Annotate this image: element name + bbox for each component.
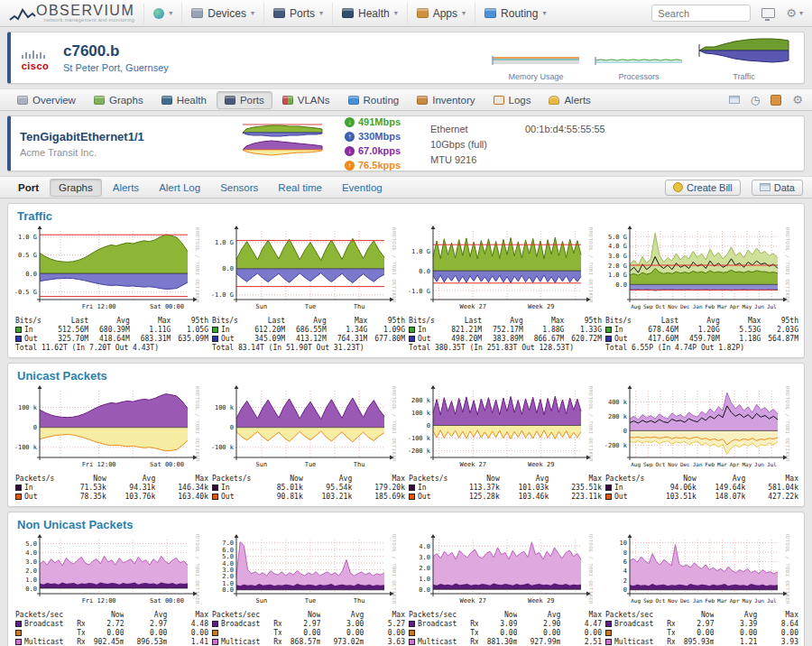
subtab-graphs[interactable]: Graphs: [50, 179, 102, 197]
rrd-graph[interactable]: 5.04.03.02.01.00.0Fri 12:00Sat 00:00RRDT…: [14, 534, 207, 610]
tab-health[interactable]: Health: [153, 91, 215, 109]
legend-value: Avg: [285, 317, 327, 326]
rrd-graph[interactable]: 1.0 G0.0-1.0 GSunTueThuRRDTOOL / TOBI OE…: [210, 226, 403, 316]
legend-swatch-icon: [605, 621, 612, 627]
port-speed: 10Gbps (full): [430, 137, 525, 152]
gear-icon[interactable]: ⚙: [786, 7, 797, 19]
search-input[interactable]: [651, 5, 751, 22]
legend-label: In: [409, 326, 440, 335]
tab-routing[interactable]: Routing: [340, 91, 408, 109]
subtab-real-time[interactable]: Real time: [269, 179, 331, 197]
menu-ports[interactable]: Ports ▾: [263, 3, 332, 24]
subtab-alerts[interactable]: Alerts: [104, 179, 148, 197]
rrd-graph[interactable]: 200 k100 k0-100 k-200 kWeek 27Week 29RRD…: [407, 385, 600, 474]
legend-value: 564.87M: [761, 335, 798, 344]
data-button[interactable]: Data: [752, 180, 803, 196]
observium-logo[interactable]: OBSERVIUM network management and monitor…: [9, 4, 134, 23]
legend-value: Now: [254, 475, 303, 484]
legend-value: Avg: [320, 611, 364, 620]
port-minigraph[interactable]: [241, 122, 345, 165]
legend-label: Out: [212, 493, 254, 502]
menu-global[interactable]: ▾: [143, 4, 181, 23]
clock-icon[interactable]: ◷: [751, 95, 760, 106]
subtab-alert-log[interactable]: Alert Log: [150, 179, 209, 197]
legend-value: 95th: [761, 317, 798, 326]
svg-text:-100 k: -100 k: [14, 444, 38, 451]
rrd-graph[interactable]: 1086420AugSepOctNovDecJanFebMarAprMayJun…: [604, 534, 797, 610]
tab-overview[interactable]: Overview: [9, 91, 84, 109]
table-icon[interactable]: [729, 96, 740, 104]
graph-cell: 4.03.02.01.00.0Week 27Week 29RRDTOOL / T…: [405, 534, 602, 646]
rrd-graph[interactable]: 5.0 G4.0 G3.0 G2.0 G1.0 G0.0AugSepOctNov…: [604, 226, 797, 316]
legend-value: 973.02m: [320, 638, 364, 646]
svg-text:3.0: 3.0: [25, 558, 37, 566]
legend-value: 902.45m: [85, 638, 125, 646]
minigraph-memory[interactable]: Memory Usage: [491, 46, 581, 81]
tab-vlans[interactable]: VLANs: [274, 91, 338, 109]
rrd-graph[interactable]: 7.06.05.04.03.02.01.00.0SunTueThuRRDTOOL…: [210, 534, 403, 610]
menu-health[interactable]: Health ▾: [332, 3, 407, 24]
legend-value: Max: [327, 317, 368, 326]
legend-value: 1.34G: [327, 326, 368, 335]
graphs-icon: [94, 96, 105, 105]
subtab-port[interactable]: Port: [9, 179, 48, 197]
routing-icon: [484, 8, 496, 18]
legend-value: 3.09: [478, 620, 518, 629]
gear-icon[interactable]: ⚙: [792, 94, 803, 106]
port-name[interactable]: TenGigabitEthernet1/1: [20, 130, 241, 143]
svg-text:Week 27: Week 27: [460, 303, 487, 310]
tab-ports[interactable]: Ports: [217, 91, 272, 109]
svg-text:Jan: Jan: [693, 597, 703, 604]
subtab-sensors[interactable]: Sensors: [211, 179, 267, 197]
legend-value: 635.09M: [171, 335, 208, 344]
rrd-graph[interactable]: 100 k0-100 kSunTueThuRRDTOOL / TOBI OETI…: [210, 385, 403, 474]
chevron-down-icon: ▾: [394, 9, 398, 17]
device-location[interactable]: St Peter Port, Guernsey: [63, 62, 169, 73]
legend-value: Avg: [106, 475, 156, 484]
legend-label: Packets/sec: [409, 611, 463, 620]
svg-text:Dec: Dec: [680, 597, 690, 604]
legend-value: 0.00: [124, 629, 167, 638]
legend-value: 678.46M: [637, 326, 678, 335]
rrd-graph[interactable]: 4.03.02.01.00.0Week 27Week 29RRDTOOL / T…: [407, 534, 600, 610]
device-name[interactable]: c7600.b: [63, 42, 169, 60]
subtab-eventlog[interactable]: Eventlog: [333, 179, 392, 197]
minigraph-processors[interactable]: Processors: [594, 46, 684, 81]
vlans-icon: [282, 96, 293, 105]
legend-value: 459.70M: [678, 335, 720, 344]
rrd-graph[interactable]: 400 k200 k0-200 kAugSepOctNovDecJanFebMa…: [604, 385, 797, 474]
svg-text:Oct: Oct: [655, 303, 665, 309]
legend-swatch-icon: [605, 484, 612, 491]
tab-logs[interactable]: Logs: [485, 91, 540, 109]
inventory-box-icon[interactable]: [770, 95, 781, 106]
menu-devices[interactable]: Devices ▾: [181, 3, 263, 24]
svg-text:Jul: Jul: [767, 303, 777, 309]
svg-text:-100 k: -100 k: [408, 435, 431, 442]
rrd-graph[interactable]: 1.0 G0.5 G0.0-0.5 GFri 12:00Sat 00:00RRD…: [14, 226, 207, 316]
chevron-down-icon[interactable]: ▾: [799, 9, 803, 17]
legend-value: Tx: [69, 629, 85, 638]
svg-text:0.0: 0.0: [419, 586, 430, 594]
create-bill-button[interactable]: Create Bill: [665, 180, 741, 196]
legend-value: 223.11k: [549, 493, 602, 502]
tab-graphs[interactable]: Graphs: [86, 91, 152, 109]
svg-text:RRDTOOL / TOBI OETIKER: RRDTOOL / TOBI OETIKER: [588, 386, 593, 462]
svg-text:0.0: 0.0: [222, 265, 234, 272]
legend-value: 620.72M: [564, 335, 602, 344]
circle-up-arrow-icon: [345, 161, 355, 171]
globe-icon: [153, 8, 164, 19]
legend-label: Broadcast: [212, 620, 266, 629]
processors-minigraph-icon: [594, 46, 684, 68]
tab-alerts[interactable]: Alerts: [540, 91, 598, 109]
legend-label: Out: [409, 335, 440, 344]
menu-routing[interactable]: Routing ▾: [475, 3, 555, 24]
svg-text:5.0 G: 5.0 G: [608, 234, 627, 241]
legend-swatch-icon: [212, 336, 218, 342]
menu-apps[interactable]: Apps ▾: [407, 3, 475, 24]
tab-inventory[interactable]: Inventory: [409, 91, 483, 109]
legend-label: [212, 629, 266, 638]
minigraph-traffic[interactable]: Traffic: [697, 35, 791, 81]
rrd-graph[interactable]: 100 k0-100 kFri 12:00Sat 00:00RRDTOOL / …: [14, 385, 207, 474]
display-icon[interactable]: [761, 8, 775, 18]
rrd-graph[interactable]: 1.0 G0.0-1.0 GWeek 27Week 29RRDTOOL / TO…: [407, 226, 600, 316]
